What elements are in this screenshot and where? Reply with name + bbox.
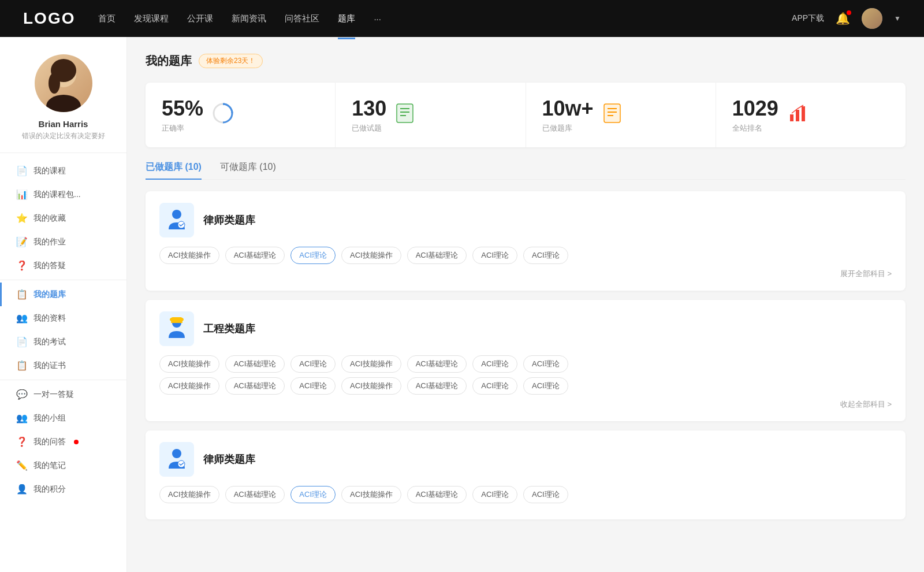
qbank-tag-1-0[interactable]: ACI技能操作 (159, 355, 219, 373)
engineer-figure-icon (165, 317, 188, 340)
svg-point-18 (178, 221, 185, 228)
qbank-container: 律师类题库ACI技能操作ACI基础理论ACI理论ACI技能操作ACI基础理论AC… (146, 191, 906, 519)
logo[interactable]: LOGO (23, 9, 75, 28)
svg-point-23 (178, 460, 185, 467)
nav-item-公开课[interactable]: 公开课 (187, 11, 213, 27)
sidebar-label-1: 我的课程包... (33, 190, 81, 200)
doc-green-icon (396, 103, 414, 128)
qbank-tags-0: ACI技能操作ACI基础理论ACI理论ACI技能操作ACI基础理论ACI理论AC… (159, 247, 892, 264)
qbank-tag-0-2[interactable]: ACI理论 (290, 247, 336, 264)
nav-item-题库[interactable]: 题库 (338, 11, 355, 27)
sidebar-icon-10: 👥 (16, 413, 27, 424)
tab-done-banks[interactable]: 已做题库 (10) (146, 161, 202, 179)
stat-value-accuracy: 55% (162, 96, 203, 121)
stat-card-rank: 1029 全站排名 (716, 83, 906, 147)
qbank-tag-2-2[interactable]: ACI理论 (290, 486, 336, 503)
qbank-tag2-1-4[interactable]: ACI基础理论 (407, 377, 467, 395)
sidebar-item-11[interactable]: ❓ 我的问答 (0, 430, 126, 454)
qbank-section-header-2: 律师类题库 (159, 442, 892, 477)
bell-icon[interactable]: 🔔 (836, 12, 850, 25)
tab-available-banks[interactable]: 可做题库 (10) (220, 161, 276, 179)
page-header: 我的题库 体验剩余23天！ (146, 53, 906, 69)
sidebar-item-6[interactable]: 👥 我的资料 (0, 306, 126, 330)
qbank-tag-0-0[interactable]: ACI技能操作 (159, 247, 219, 264)
trial-badge: 体验剩余23天！ (199, 54, 263, 68)
qbank-tag-1-3[interactable]: ACI技能操作 (341, 355, 401, 373)
avatar-chevron-icon[interactable]: ▼ (894, 14, 901, 23)
qbank-tag2-1-1[interactable]: ACI基础理论 (225, 377, 285, 395)
sidebar-item-7[interactable]: 📄 我的考试 (0, 330, 126, 354)
sidebar-navigation: 📄 我的课程 📊 我的课程包... ⭐ 我的收藏 📝 我的作业 ❓ 我的答疑 📋… (0, 153, 126, 507)
sidebar-item-12[interactable]: ✏️ 我的笔记 (0, 454, 126, 477)
qbank-tag-0-1[interactable]: ACI基础理论 (225, 247, 285, 264)
sidebar-item-1[interactable]: 📊 我的课程包... (0, 183, 126, 206)
sidebar-item-13[interactable]: 👤 我的积分 (0, 477, 126, 501)
sidebar-item-8[interactable]: 📋 我的证书 (0, 354, 126, 377)
sidebar-item-3[interactable]: 📝 我的作业 (0, 230, 126, 254)
svg-rect-10 (604, 104, 620, 122)
qbank-tag-1-2[interactable]: ACI理论 (290, 355, 336, 373)
qbank-collapse-1[interactable]: 收起全部科目 > (159, 399, 892, 410)
qbank-tag-2-0[interactable]: ACI技能操作 (159, 486, 219, 503)
qbank-tag-1-6[interactable]: ACI理论 (523, 355, 568, 373)
qbank-tag-2-5[interactable]: ACI理论 (472, 486, 517, 503)
sidebar-icon-5: 📋 (16, 289, 27, 300)
qbank-title-1: 工程类题库 (203, 322, 255, 336)
sidebar-icon-9: 💬 (16, 389, 27, 400)
sidebar-item-5[interactable]: 📋 我的题库 (0, 283, 126, 306)
qbank-tag2-1-6[interactable]: ACI理论 (523, 377, 568, 395)
qbank-tag-0-6[interactable]: ACI理论 (523, 247, 568, 264)
sidebar-label-9: 一对一答疑 (33, 389, 74, 400)
nav-item-新闻资讯[interactable]: 新闻资讯 (232, 11, 266, 27)
lawyer-figure-icon (165, 448, 188, 471)
qbank-tag-0-3[interactable]: ACI技能操作 (341, 247, 401, 264)
sidebar-item-10[interactable]: 👥 我的小组 (0, 406, 126, 430)
qbank-tag2-1-3[interactable]: ACI技能操作 (341, 377, 401, 395)
qbank-tag-2-3[interactable]: ACI技能操作 (341, 486, 401, 503)
sidebar-label-6: 我的资料 (33, 313, 66, 324)
qbank-tag2-1-2[interactable]: ACI理论 (290, 377, 336, 395)
svg-rect-21 (171, 321, 182, 323)
notification-dot (74, 440, 79, 444)
stat-value-banks: 10w+ (542, 96, 594, 121)
qbank-icon-wrapper-0 (159, 203, 194, 237)
svg-rect-6 (397, 104, 413, 122)
topnav-menu: 首页发现课程公开课新闻资讯问答社区题库··· (98, 11, 792, 27)
topnav: LOGO 首页发现课程公开课新闻资讯问答社区题库··· APP下载 🔔 ▼ (0, 0, 924, 37)
nav-item-问答社区[interactable]: 问答社区 (285, 11, 319, 27)
sidebar-item-4[interactable]: ❓ 我的答疑 (0, 254, 126, 277)
qbank-tag-2-4[interactable]: ACI基础理论 (407, 486, 467, 503)
sidebar-icon-11: ❓ (16, 436, 27, 447)
topnav-right: APP下载 🔔 ▼ (792, 8, 901, 29)
stats-row: 55% 正确率 130 已做试题 (146, 83, 906, 147)
sidebar-item-9[interactable]: 💬 一对一答疑 (0, 382, 126, 406)
qbank-section-2: 律师类题库ACI技能操作ACI基础理论ACI理论ACI技能操作ACI基础理论AC… (146, 430, 906, 519)
nav-item-首页[interactable]: 首页 (98, 11, 116, 27)
nav-item-发现课程[interactable]: 发现课程 (134, 11, 169, 27)
qbank-tag-1-5[interactable]: ACI理论 (472, 355, 517, 373)
qbank-tag2-1-5[interactable]: ACI理论 (472, 377, 517, 395)
qbank-tag-1-1[interactable]: ACI基础理论 (225, 355, 285, 373)
avatar[interactable] (862, 8, 882, 29)
qbank-tag-2-1[interactable]: ACI基础理论 (225, 486, 285, 503)
avatar-image (862, 8, 882, 29)
bell-notification-dot (847, 10, 851, 15)
sidebar-icon-3: 📝 (16, 236, 27, 247)
qbank-tag-0-5[interactable]: ACI理论 (472, 247, 517, 264)
qbank-tag-2-6[interactable]: ACI理论 (523, 486, 568, 503)
sidebar-item-2[interactable]: ⭐ 我的收藏 (0, 206, 126, 230)
qbank-tags-1: ACI技能操作ACI基础理论ACI理论ACI技能操作ACI基础理论ACI理论AC… (159, 355, 892, 373)
qbank-expand-0[interactable]: 展开全部科目 > (159, 269, 892, 279)
pie-chart-icon (213, 103, 233, 128)
nav-item-···[interactable]: ··· (374, 12, 381, 26)
qbank-section-header-0: 律师类题库 (159, 203, 892, 237)
svg-rect-14 (790, 114, 793, 121)
stat-label-done: 已做试题 (352, 123, 386, 133)
sidebar-item-0[interactable]: 📄 我的课程 (0, 159, 126, 183)
qbank-tag-1-4[interactable]: ACI基础理论 (407, 355, 467, 373)
qbank-tag2-1-0[interactable]: ACI技能操作 (159, 377, 219, 395)
svg-rect-16 (802, 106, 805, 121)
sidebar-icon-4: ❓ (16, 260, 27, 271)
qbank-tag-0-4[interactable]: ACI基础理论 (407, 247, 467, 264)
app-download-button[interactable]: APP下载 (792, 13, 824, 24)
